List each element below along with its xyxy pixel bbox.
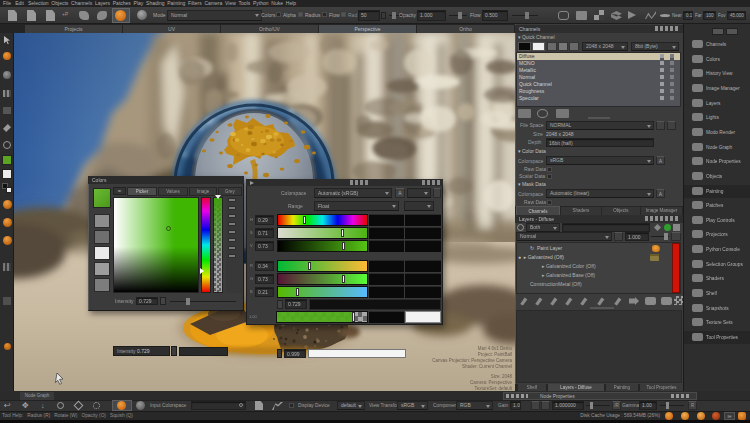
svg-text:Shader: Current Channel: Shader: Current Channel [462, 364, 512, 369]
svg-text:Size: 2048: Size: 2048 [491, 374, 513, 379]
svg-text:Mari 4.6v1 Demo: Mari 4.6v1 Demo [478, 346, 513, 351]
svg-text:Canvas Projection: Perspective: Canvas Projection: Perspective Camera [432, 358, 512, 363]
svg-text:Project: PaintBall: Project: PaintBall [478, 352, 512, 357]
svg-text:Camera: Perspective: Camera: Perspective [470, 380, 513, 385]
